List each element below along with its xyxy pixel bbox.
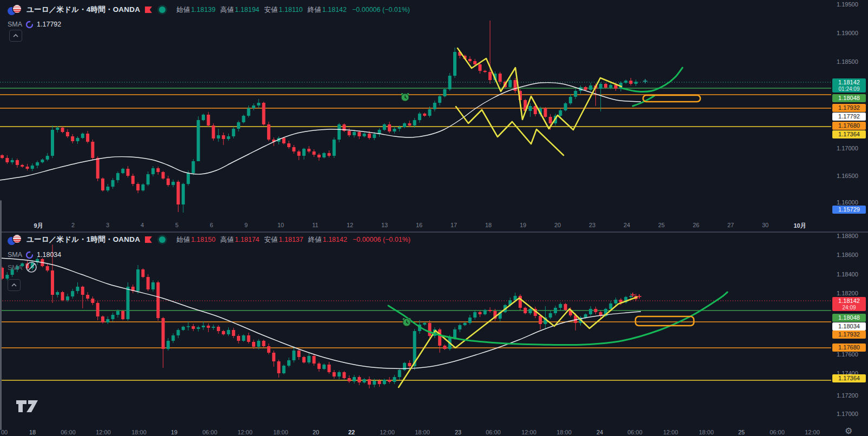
price-tick: 1.18500 xyxy=(837,58,858,65)
time-label: 30 xyxy=(762,222,768,228)
change-value: −0.00006 (−0.01%) xyxy=(353,236,410,243)
time-label: 9 xyxy=(244,222,248,228)
time-label: 06:00 xyxy=(627,429,642,435)
time-label: 10 xyxy=(277,222,284,228)
price-tick: 1.17200 xyxy=(837,392,858,399)
time-axis[interactable]: 9月23456910111213161718192023242526273010… xyxy=(0,0,868,436)
time-label: 17 xyxy=(450,222,457,228)
price-badge-1.18142[interactable]: 1.1814224:09 xyxy=(832,297,866,311)
price-badge-1.18048[interactable]: 1.18048 xyxy=(832,314,866,322)
price-badge-1.17932[interactable]: 1.17932 xyxy=(832,331,866,339)
time-label: 12:00 xyxy=(237,429,253,435)
price-tick: 1.17600 xyxy=(837,351,858,358)
price-badge-1.17364[interactable]: 1.17364 xyxy=(832,130,866,138)
time-label: 2 xyxy=(71,222,75,228)
time-label: 19 xyxy=(171,429,177,435)
price-badge-1.17680[interactable]: 1.17680 xyxy=(832,122,866,130)
change-value: −0.00006 (−0.01%) xyxy=(352,6,410,14)
time-label: 6 xyxy=(210,222,213,228)
price-badge-1.17932[interactable]: 1.17932 xyxy=(832,104,866,112)
time-label: 18:00 xyxy=(131,429,147,435)
sma-label: SMA xyxy=(8,21,22,28)
time-label: 12:00 xyxy=(96,429,111,435)
left-scrollbar[interactable] xyxy=(0,200,2,430)
price-tick: 1.18600 xyxy=(837,252,858,258)
ohlc-pair: 始値1.18139 xyxy=(176,5,215,15)
price-badge-1.15729[interactable]: 1.15729 xyxy=(832,206,866,214)
time-label: 24 xyxy=(624,222,630,228)
time-label: 3 xyxy=(106,222,109,228)
time-label: 18:00 xyxy=(415,429,430,435)
time-label: 06:00 xyxy=(202,429,217,435)
flag-icon[interactable] xyxy=(144,236,153,243)
currency-pair-icon xyxy=(8,235,22,245)
price-tick: 1.19000 xyxy=(837,30,858,36)
time-label: 12:00 xyxy=(521,429,536,435)
price-badge-1.18034[interactable]: 1.18034 xyxy=(832,322,866,331)
price-badge-1.17364[interactable]: 1.17364 xyxy=(832,374,866,382)
time-label: 12 xyxy=(347,222,353,228)
price-badge-1.18048[interactable]: 1.18048 xyxy=(832,94,866,102)
time-label: 25 xyxy=(658,222,665,228)
time-label: 26 xyxy=(693,222,699,228)
price-badge-1.17792[interactable]: 1.17792 xyxy=(832,113,866,121)
time-label: 18:00 xyxy=(699,429,714,435)
time-label: 12:00 xyxy=(805,429,820,435)
time-label: 00 xyxy=(1,429,8,435)
ohlc-pair: 終値1.18142 xyxy=(308,235,347,245)
sma-value: 1.17792 xyxy=(37,21,61,28)
time-label: 27 xyxy=(727,222,734,228)
time-label: 06:00 xyxy=(61,429,76,435)
price-tick: 1.18200 xyxy=(837,290,858,296)
price-tick: 1.16000 xyxy=(837,199,858,206)
collapse-panel-button[interactable] xyxy=(8,279,21,291)
price-tick: 1.17000 xyxy=(837,145,858,151)
price-tick: 1.18800 xyxy=(837,233,858,239)
time-label: 12:00 xyxy=(663,429,678,435)
time-label: 18:00 xyxy=(273,429,288,435)
price-tick: 1.17000 xyxy=(837,411,858,417)
trading-chart-app: 9月23456910111213161718192023242526273010… xyxy=(0,0,868,436)
time-label: 4 xyxy=(141,222,144,228)
ohlc-pair: 安値1.18137 xyxy=(264,235,303,245)
symbol-title[interactable]: ユーロ／米ドル・4時間・OANDA xyxy=(26,5,140,15)
collapse-panel-button[interactable] xyxy=(9,30,22,42)
settings-gear-icon[interactable]: ⚙ xyxy=(845,426,852,436)
time-label: 18 xyxy=(485,222,492,228)
time-label: 19 xyxy=(520,222,526,228)
panel-divider[interactable] xyxy=(0,232,868,233)
visibility-off-icon[interactable] xyxy=(25,261,37,275)
legend-1h: ユーロ／米ドル・1時間・OANDA 始値1.18150高値1.18174安値1.… xyxy=(8,234,410,273)
market-status-icon xyxy=(159,236,165,243)
symbol-title[interactable]: ユーロ／米ドル・1時間・OANDA xyxy=(26,235,140,245)
tradingview-logo[interactable] xyxy=(16,398,41,417)
time-label: 13 xyxy=(381,222,388,228)
ohlc-pair: 安値1.18110 xyxy=(264,5,303,15)
sma-value: 1.18034 xyxy=(37,251,61,259)
time-label: 22 xyxy=(348,429,355,435)
time-label: 23 xyxy=(455,429,461,435)
price-badge-1.17680[interactable]: 1.17680 xyxy=(832,343,866,352)
flag-icon[interactable] xyxy=(144,6,153,14)
time-label: 24 xyxy=(597,429,603,435)
time-label: 12:00 xyxy=(380,429,395,435)
time-label: 16 xyxy=(416,222,422,228)
time-label: 18:00 xyxy=(556,429,572,435)
price-tick: 1.16500 xyxy=(837,173,858,179)
ohlc-pair: 始値1.18150 xyxy=(176,235,215,245)
loading-spinner-icon xyxy=(25,251,34,259)
time-label: 18 xyxy=(29,429,36,435)
ohlc-values: 始値1.18139高値1.18194安値1.18110終値1.18142 xyxy=(176,5,347,15)
ohlc-pair: 終値1.18142 xyxy=(308,5,347,15)
ohlc-pair: 高値1.18174 xyxy=(220,235,259,245)
market-status-icon xyxy=(159,6,165,13)
price-tick: 1.18400 xyxy=(837,271,858,278)
price-tick: 1.19500 xyxy=(837,1,858,8)
time-label: 20 xyxy=(313,429,319,435)
time-label: 5 xyxy=(175,222,178,228)
price-scale[interactable]: 1.195001.190001.185001.170001.165001.160… xyxy=(831,0,868,436)
time-label: 11 xyxy=(312,222,318,228)
price-badge-1.18142[interactable]: 1.1814201:24:09 xyxy=(832,78,866,93)
legend-4h: ユーロ／米ドル・4時間・OANDA 始値1.18139高値1.18194安値1.… xyxy=(8,4,410,29)
time-label: 9月 xyxy=(34,222,43,230)
